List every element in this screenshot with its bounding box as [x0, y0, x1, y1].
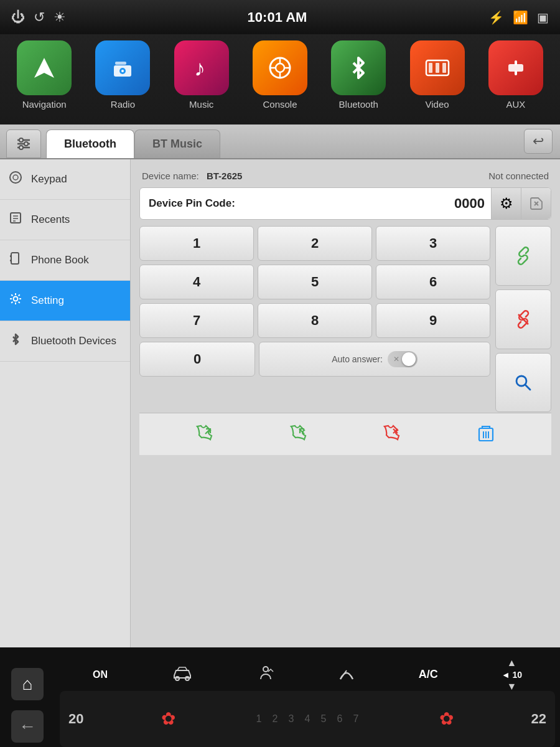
- top-bar: ⏻ ↺ ☀ 10:01 AM ⚡ 📶 ▣: [0, 0, 560, 34]
- key-6[interactable]: 6: [376, 265, 490, 299]
- reject-call-button[interactable]: [370, 418, 414, 450]
- search-button[interactable]: [495, 353, 551, 413]
- app-aux[interactable]: AUX: [482, 40, 550, 110]
- status-icons: ⚡ 📶 ▣: [488, 10, 549, 25]
- toggle-x-icon: ✕: [393, 355, 399, 364]
- fan-speed-row: 1 2 3 4 5 6 7: [253, 713, 362, 725]
- car-icon[interactable]: [171, 664, 194, 685]
- sidebar-item-bluetooth-devices[interactable]: Bluetooth Devices: [0, 321, 130, 362]
- on-label[interactable]: ON: [93, 669, 108, 680]
- console-icon: [253, 40, 307, 95]
- svg-rect-31: [11, 253, 19, 264]
- fan-right-icon[interactable]: ✿: [439, 708, 454, 729]
- keypad-action-area: 1 2 3 4 5 6 7 8 9 0 Auto answer:: [139, 226, 551, 413]
- temp-left[interactable]: 20: [68, 711, 83, 727]
- svg-point-7: [276, 63, 284, 72]
- sidebar-item-phonebook[interactable]: Phone Book: [0, 240, 130, 281]
- volume-up-button[interactable]: ▲: [506, 657, 516, 669]
- empty-space: [139, 455, 551, 642]
- brightness-icon[interactable]: ☀: [54, 9, 66, 26]
- ac-label[interactable]: A/C: [419, 668, 438, 681]
- disconnect-button[interactable]: [495, 289, 551, 349]
- recents-icon: [9, 211, 22, 228]
- music-icon: ♪: [174, 40, 229, 95]
- fan-7: 7: [350, 713, 362, 725]
- video-label: Video: [426, 99, 449, 110]
- svg-point-23: [24, 142, 28, 146]
- svg-point-24: [19, 146, 23, 149]
- key-7[interactable]: 7: [139, 303, 254, 338]
- back-button[interactable]: ↩: [524, 129, 553, 154]
- delete-call-button[interactable]: [464, 418, 508, 450]
- key-2[interactable]: 2: [258, 226, 372, 261]
- right-panel: Device name: BT-2625 Not connected Devic…: [131, 159, 560, 647]
- power-icon[interactable]: ⏻: [11, 9, 25, 26]
- key-1[interactable]: 1: [139, 226, 254, 261]
- connect-button[interactable]: [495, 226, 551, 286]
- outgoing-call-button[interactable]: [183, 418, 226, 450]
- pin-code-box: Device Pin Code: 0000 ⚙: [139, 187, 551, 220]
- key-9[interactable]: 9: [376, 303, 490, 338]
- svg-point-25: [10, 172, 21, 183]
- key-5[interactable]: 5: [258, 265, 372, 299]
- app-bluetooth[interactable]: Bluetooth: [324, 40, 393, 110]
- usb-icon: ⚡: [488, 10, 504, 25]
- tab-bluetooth[interactable]: Bluetooth: [46, 129, 134, 158]
- tab-bt-music[interactable]: BT Music: [134, 129, 220, 158]
- console-label: Console: [263, 99, 297, 110]
- key-3[interactable]: 3: [376, 226, 490, 261]
- svg-rect-18: [515, 70, 517, 75]
- music-label: Music: [189, 99, 213, 110]
- fan-3: 3: [286, 713, 297, 725]
- auto-answer-toggle[interactable]: ✕: [388, 351, 418, 367]
- bluetooth-app-icon: [331, 40, 386, 95]
- refresh-icon[interactable]: ↺: [34, 9, 45, 26]
- phonebook-icon: [9, 251, 22, 269]
- keypad-bottom-row: 0 Auto answer: ✕: [139, 342, 490, 377]
- app-navigation[interactable]: Navigation: [10, 40, 78, 110]
- volume-down-button[interactable]: ▼: [506, 681, 516, 692]
- svg-rect-32: [10, 255, 11, 257]
- sidebar-item-recents[interactable]: Recents: [0, 200, 130, 240]
- app-video[interactable]: Video: [403, 40, 472, 110]
- key-4[interactable]: 4: [139, 265, 254, 299]
- svg-point-22: [19, 138, 23, 142]
- device-name-label: Device name: BT-2625: [142, 171, 242, 181]
- aux-label: AUX: [506, 99, 525, 110]
- incoming-call-button[interactable]: [277, 418, 320, 450]
- keypad-section: 1 2 3 4 5 6 7 8 9 0 Auto answer:: [139, 226, 490, 413]
- nav-label: Navigation: [22, 99, 67, 110]
- app-radio[interactable]: Radio: [88, 40, 157, 110]
- person-icon[interactable]: [257, 664, 274, 685]
- pin-clear-button[interactable]: [521, 187, 551, 220]
- home-button[interactable]: ⌂: [11, 668, 44, 700]
- climate-controls: ON: [55, 659, 560, 748]
- sidebar-item-setting[interactable]: Setting: [0, 281, 130, 321]
- pin-label: Device Pin Code:: [140, 197, 448, 210]
- svg-rect-15: [442, 63, 446, 73]
- back-arrow-button[interactable]: ←: [11, 710, 44, 743]
- svg-rect-14: [436, 63, 439, 73]
- app-bar: Navigation Radio ♪ Music: [0, 34, 560, 125]
- key-8[interactable]: 8: [258, 303, 372, 338]
- display-icon: ▣: [537, 10, 549, 25]
- app-console[interactable]: Console: [246, 40, 314, 110]
- wifi-icon: 📶: [513, 10, 528, 25]
- temp-right[interactable]: 22: [531, 711, 546, 727]
- video-icon: [410, 40, 465, 95]
- wiper-icon[interactable]: [338, 664, 355, 685]
- svg-rect-4: [115, 62, 126, 65]
- nav-icon: [17, 40, 72, 95]
- pin-gear-button[interactable]: ⚙: [491, 187, 521, 220]
- setting-label: Setting: [31, 294, 64, 307]
- svg-marker-0: [34, 58, 54, 78]
- keypad-icon: [9, 171, 22, 188]
- fan-left-icon[interactable]: ✿: [161, 708, 175, 729]
- sidebar-item-keypad[interactable]: Keypad: [0, 159, 130, 200]
- key-0[interactable]: 0: [139, 342, 255, 377]
- app-music[interactable]: ♪ Music: [167, 40, 236, 110]
- climate-bottom: 20 ✿ 1 2 3 4 5 6 7 ✿ 22: [60, 691, 555, 747]
- keypad-label: Keypad: [31, 173, 67, 186]
- fan-5: 5: [318, 713, 329, 725]
- settings-icon-btn[interactable]: [6, 129, 41, 158]
